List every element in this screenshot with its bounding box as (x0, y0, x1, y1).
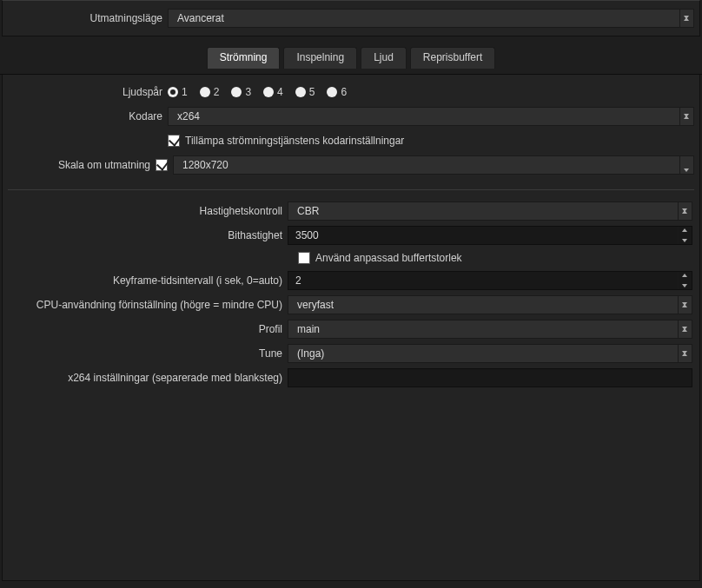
streaming-settings: Ljudspår 1 2 3 4 5 6 Kodare x264 (2, 75, 700, 581)
audio-track-6[interactable]: 6 (327, 86, 347, 98)
rate-control-label: Hastighetskontroll (10, 205, 288, 217)
spinner-icon (678, 202, 692, 220)
rescale-label: Skala om utmatning (8, 159, 156, 171)
encoder-value: x264 (177, 110, 200, 122)
radio-icon (327, 87, 337, 97)
audio-track-3[interactable]: 3 (231, 86, 251, 98)
audio-track-label: Ljudspår (8, 86, 168, 98)
streaming-general: Ljudspår 1 2 3 4 5 6 Kodare x264 (8, 80, 694, 177)
tab-replay-buffer[interactable]: Reprisbuffert (410, 47, 495, 69)
radio-icon (263, 87, 274, 97)
profile-select[interactable]: main (288, 320, 692, 339)
audio-track-4[interactable]: 4 (263, 86, 283, 98)
radio-icon (231, 87, 242, 97)
output-mode-select[interactable]: Avancerat (168, 9, 694, 28)
output-mode-value: Avancerat (177, 12, 224, 24)
enforce-encoder-checkbox[interactable] (168, 135, 180, 147)
spinner-icon (678, 227, 692, 244)
rescale-value: 1280x720 (182, 159, 228, 171)
keyframe-value: 2 (295, 274, 301, 287)
output-mode-label: Utmatningsläge (8, 12, 168, 24)
output-mode-panel: Utmatningsläge Avancerat (2, 0, 700, 36)
tabs: Strömning Inspelning Ljud Reprisbuffert (0, 36, 702, 75)
audio-track-group: 1 2 3 4 5 6 (168, 86, 694, 98)
keyframe-input[interactable]: 2 (288, 271, 692, 290)
cpu-preset-value: veryfast (297, 299, 334, 311)
bitrate-label: Bithastighet (10, 229, 288, 241)
bitrate-input[interactable]: 3500 (288, 226, 692, 245)
tune-select[interactable]: (Inga) (288, 344, 692, 363)
spinner-icon (679, 10, 693, 27)
cpu-preset-label: CPU-användning förinställning (högre = m… (10, 299, 288, 311)
tab-audio[interactable]: Ljud (361, 47, 407, 69)
spinner-icon (679, 108, 693, 125)
chevron-down-icon (679, 156, 693, 174)
rescale-select[interactable]: 1280x720 (173, 155, 694, 175)
rate-control-select[interactable]: CBR (288, 202, 692, 221)
custom-buffer-label: Använd anpassad buffertstorlek (315, 252, 462, 264)
x264-opts-label: x264 inställningar (separerade med blank… (10, 372, 288, 384)
encoder-select[interactable]: x264 (168, 107, 694, 126)
tab-recording[interactable]: Inspelning (283, 47, 357, 69)
bitrate-value: 3500 (295, 229, 319, 241)
profile-value: main (297, 323, 320, 335)
radio-icon (168, 87, 178, 97)
enforce-encoder-label: Tillämpa strömningstjänstens kodarinstäl… (185, 135, 404, 147)
x264-encoder-settings: Hastighetskontroll CBR Bithastighet 3500… (8, 189, 694, 390)
audio-track-5[interactable]: 5 (295, 86, 315, 98)
spinner-icon (678, 296, 692, 314)
spinner-icon (678, 345, 692, 362)
cpu-preset-select[interactable]: veryfast (288, 295, 692, 314)
audio-track-2[interactable]: 2 (200, 86, 220, 98)
tune-value: (Inga) (297, 347, 324, 360)
rescale-checkbox[interactable] (156, 159, 168, 171)
x264-opts-input[interactable] (288, 368, 692, 387)
tune-label: Tune (10, 347, 288, 360)
radio-icon (295, 87, 306, 97)
custom-buffer-checkbox[interactable] (298, 252, 310, 264)
spinner-icon (678, 320, 692, 338)
profile-label: Profil (10, 323, 288, 335)
keyframe-label: Keyframe-tidsintervall (i sek, 0=auto) (10, 274, 288, 287)
encoder-label: Kodare (8, 110, 168, 122)
audio-track-1[interactable]: 1 (168, 86, 188, 98)
rate-control-value: CBR (297, 205, 319, 217)
spinner-icon (678, 272, 692, 289)
tab-streaming[interactable]: Strömning (207, 47, 281, 69)
radio-icon (200, 87, 210, 97)
